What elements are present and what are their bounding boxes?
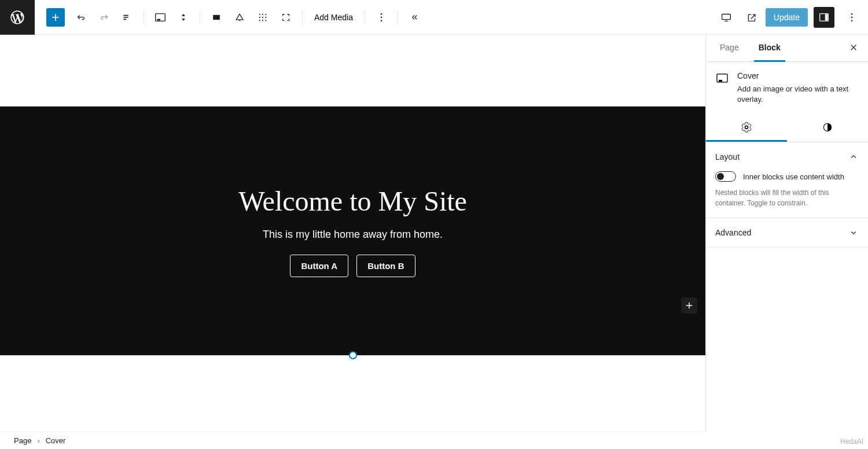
undo-icon <box>75 12 87 23</box>
svg-point-4 <box>265 13 266 14</box>
toggle-knob <box>717 173 724 180</box>
external-link-button[interactable] <box>741 7 762 28</box>
more-options-button[interactable] <box>371 7 392 28</box>
panel-layout-header[interactable]: Layout <box>715 152 859 162</box>
document-overview-button[interactable] <box>117 7 138 28</box>
toggle-label: Inner blocks use content width <box>743 172 844 181</box>
svg-point-2 <box>259 13 260 14</box>
breadcrumb-page[interactable]: Page <box>14 436 31 445</box>
chevron-up-icon <box>848 152 859 162</box>
footer-brand: HedaAI <box>840 437 863 446</box>
add-block-button[interactable] <box>46 8 65 27</box>
sidebar-close-button[interactable] <box>848 42 859 54</box>
layout-help-text: Nested blocks will fill the width of thi… <box>715 187 859 208</box>
svg-point-11 <box>381 13 382 14</box>
content-width-toggle[interactable] <box>715 171 736 182</box>
undo-button[interactable] <box>71 7 91 28</box>
sub-tab-styles[interactable] <box>787 114 868 142</box>
editor-canvas[interactable]: Welcome to My Site This is my little hom… <box>0 35 705 432</box>
cover-icon <box>154 11 167 24</box>
view-button[interactable] <box>716 7 737 28</box>
sidebar-tabs: Page Block <box>706 35 868 62</box>
svg-point-8 <box>259 20 260 21</box>
sidebar-toggle-button[interactable] <box>814 7 834 28</box>
kebab-icon-2 <box>846 12 858 23</box>
toolbar-divider-3 <box>302 10 303 24</box>
fullscreen-icon <box>281 12 291 23</box>
list-icon <box>122 12 133 23</box>
panel-layout: Layout Inner blocks use content width Ne… <box>706 142 868 218</box>
content-position-button[interactable] <box>229 7 250 28</box>
chevron-double-left-icon <box>409 12 420 23</box>
cover-buttons: Button A Button B <box>290 255 415 277</box>
options-button[interactable] <box>841 7 862 28</box>
svg-point-12 <box>381 16 382 18</box>
grid-dots-icon <box>258 12 268 23</box>
block-cover-button[interactable] <box>150 7 171 28</box>
fullscreen-button[interactable] <box>275 7 296 28</box>
svg-point-18 <box>851 16 853 18</box>
block-header-icon <box>715 71 729 87</box>
svg-rect-16 <box>825 14 828 20</box>
toolbar-divider-5 <box>398 10 398 24</box>
svg-point-10 <box>265 20 266 21</box>
tab-block[interactable]: Block <box>754 35 785 62</box>
svg-rect-0 <box>213 14 220 19</box>
right-sidebar: Page Block Cover Add an image or video w… <box>705 35 868 432</box>
sub-tab-settings[interactable] <box>706 114 787 142</box>
add-media-button[interactable]: Add Media <box>307 9 360 25</box>
block-title: Cover <box>737 71 859 80</box>
position-icon <box>234 12 245 23</box>
svg-point-7 <box>265 16 266 17</box>
cover-subtitle[interactable]: This is my little home away from home. <box>263 229 443 241</box>
align-full-icon <box>211 12 222 23</box>
top-toolbar: Add Media Update <box>0 0 868 35</box>
cover-icon-large <box>715 71 729 85</box>
plus-icon-inner <box>684 300 694 311</box>
cover-resize-handle[interactable] <box>349 351 357 359</box>
toolbar-divider <box>144 10 144 24</box>
svg-point-9 <box>262 20 263 21</box>
toolbar-divider-2 <box>200 10 200 24</box>
cover-inner-add-button[interactable] <box>681 297 697 314</box>
block-header-text: Cover Add an image or video with a text … <box>737 71 859 105</box>
toolbar-right: Update <box>710 7 868 28</box>
wordpress-logo[interactable] <box>0 0 35 35</box>
align-button[interactable] <box>206 7 227 28</box>
grid-button[interactable] <box>252 7 273 28</box>
cover-block[interactable]: Welcome to My Site This is my little hom… <box>0 106 705 355</box>
contrast-icon <box>822 122 833 133</box>
svg-point-6 <box>262 16 263 17</box>
wordpress-icon <box>9 9 25 25</box>
panel-layout-body: Inner blocks use content width Nested bl… <box>715 171 859 208</box>
move-up-down-button[interactable] <box>173 7 194 28</box>
toggle-row: Inner blocks use content width <box>715 171 859 182</box>
toolbar-left: Add Media <box>35 7 710 28</box>
svg-rect-1 <box>239 20 241 20</box>
main-wrap: Welcome to My Site This is my little hom… <box>0 35 868 432</box>
cover-title[interactable]: Welcome to My Site <box>238 185 467 217</box>
panel-layout-title: Layout <box>715 152 740 161</box>
svg-point-17 <box>851 13 853 14</box>
panel-advanced-header[interactable]: Advanced <box>715 227 859 238</box>
cover-button-b[interactable]: Button B <box>356 255 415 277</box>
external-icon <box>746 12 757 23</box>
collapse-toolbar-button[interactable] <box>404 7 425 28</box>
svg-point-3 <box>262 13 263 14</box>
cover-button-a[interactable]: Button A <box>290 255 348 277</box>
chevron-down-icon <box>848 227 859 238</box>
kebab-icon <box>376 12 387 23</box>
redo-button[interactable] <box>94 7 115 28</box>
breadcrumb: Page › Cover <box>0 432 705 449</box>
update-button[interactable]: Update <box>766 8 808 27</box>
svg-point-5 <box>259 16 260 17</box>
chevron-up-down-icon <box>178 11 189 24</box>
tab-page[interactable]: Page <box>715 35 744 62</box>
toolbar-divider-4 <box>365 10 365 24</box>
breadcrumb-sep: › <box>37 436 39 445</box>
redo-icon <box>98 12 110 23</box>
gear-icon <box>741 122 752 133</box>
sub-tabs <box>706 114 868 142</box>
breadcrumb-current[interactable]: Cover <box>46 436 66 445</box>
panel-advanced-title: Advanced <box>715 228 751 237</box>
